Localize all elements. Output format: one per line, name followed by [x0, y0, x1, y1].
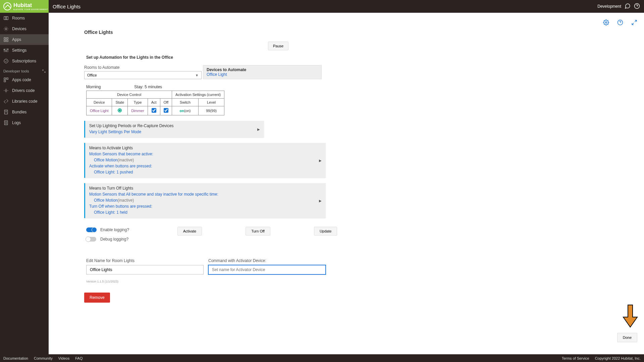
expand-icon[interactable]: [631, 19, 637, 27]
cell-device[interactable]: Office Light: [87, 106, 112, 115]
sidebar-item-apps-code[interactable]: Apps code: [0, 74, 49, 85]
th-type: Type: [128, 99, 148, 106]
off-checkbox[interactable]: [164, 108, 168, 113]
logo[interactable]: Hubitat ELEVATE YOUR ENVIRONMENT: [0, 0, 49, 13]
libraries-code-icon: [3, 99, 9, 104]
top-bar: Hubitat ELEVATE YOUR ENVIRONMENT Office …: [0, 0, 644, 13]
activator-label: Command with Activator Device:: [208, 258, 326, 263]
logo-tagline: ELEVATE YOUR ENVIRONMENT: [13, 8, 48, 10]
svg-rect-5: [4, 38, 6, 39]
devices-link[interactable]: Office Light: [207, 72, 318, 77]
panel-title: Set Up Lighting Periods or Re-Capture De…: [89, 123, 260, 128]
svg-point-27: [605, 22, 607, 23]
sidebar-item-drivers-code[interactable]: Drivers code: [0, 85, 49, 96]
sidebar-item-label: Apps code: [12, 77, 31, 82]
th-state: State: [112, 99, 128, 106]
panel-line: Turn Off when buttons are pressed:: [89, 203, 322, 209]
panel-line: Activate when buttons are pressed:: [89, 163, 322, 169]
th-switch: Switch: [172, 99, 199, 106]
panel-subline: Office Motion(inactive): [89, 197, 322, 203]
development-label[interactable]: Development: [597, 4, 621, 9]
logo-text: Hubitat: [13, 2, 32, 8]
gear-icon[interactable]: [603, 19, 609, 27]
panel-turnoff[interactable]: Means to Turn Off Lights Motion Sensors …: [84, 183, 326, 218]
footer-link-documentation[interactable]: Documentation: [3, 356, 28, 360]
panel-line: Motion Sensors that All become and stay …: [89, 191, 322, 197]
remove-button[interactable]: Remove: [84, 293, 110, 303]
footer-link-community[interactable]: Community: [34, 356, 53, 360]
settings-icon: [3, 48, 9, 53]
sidebar: Rooms Devices Apps Settings Subscription…: [0, 13, 49, 354]
activator-input[interactable]: [208, 265, 326, 274]
panel-link[interactable]: Vary Light Settings Per Mode: [89, 129, 260, 135]
activate-button[interactable]: Activate: [177, 227, 202, 236]
table-header-device-control: Device Control: [87, 91, 172, 99]
apps-code-icon: [3, 77, 9, 83]
rooms-select[interactable]: Office ▼: [84, 71, 202, 79]
rooms-label: Rooms to Automate: [84, 65, 202, 70]
table-header-activation: Activation Settings (current): [172, 91, 224, 99]
setup-description: Set up Automation for the Lights in the …: [86, 55, 455, 60]
period-label: Morning: [86, 85, 101, 89]
sidebar-item-label: Apps: [12, 37, 21, 42]
turnoff-button[interactable]: Turn Off: [246, 227, 270, 236]
sidebar-item-subscriptions[interactable]: Subscriptions: [0, 56, 49, 66]
debug-logging-toggle[interactable]: [86, 237, 96, 242]
svg-rect-6: [6, 38, 8, 39]
enable-logging-toggle[interactable]: [86, 227, 96, 232]
help-icon[interactable]: [617, 19, 623, 27]
th-device: Device: [87, 99, 112, 106]
logo-icon: [3, 2, 11, 10]
footer-terms[interactable]: Terms of Service: [562, 356, 589, 360]
update-button[interactable]: Update: [314, 227, 337, 236]
chevron-right-icon: ▶: [257, 127, 260, 131]
svg-point-19: [5, 90, 7, 91]
pause-button[interactable]: Pause: [268, 42, 288, 50]
panel-lighting-periods[interactable]: Set Up Lighting Periods or Re-Capture De…: [84, 121, 264, 138]
edit-name-input[interactable]: [86, 265, 204, 274]
sidebar-item-label: Devices: [12, 27, 26, 31]
chevron-down-icon: ▼: [195, 73, 199, 77]
sidebar-item-rooms[interactable]: Rooms: [0, 13, 49, 23]
sidebar-item-logs[interactable]: Logs: [0, 117, 49, 128]
cell-level[interactable]: 99(99): [198, 106, 224, 115]
cell-type[interactable]: Dimmer: [128, 106, 148, 115]
stay-label: Stay: 5 minutes: [134, 85, 162, 89]
panel-title: Means to Activate Lights: [89, 146, 322, 150]
devices-label: Devices to Automate: [207, 67, 318, 72]
sidebar-item-devices[interactable]: Devices: [0, 23, 49, 34]
panel-subline: Office Motion(inactive): [89, 157, 322, 163]
page-title: Office Lights: [53, 4, 80, 9]
svg-point-4: [5, 28, 7, 30]
svg-rect-7: [4, 40, 6, 42]
sidebar-item-bundles[interactable]: Bundles: [0, 107, 49, 117]
panel-activate[interactable]: Means to Activate Lights Motion Sensors …: [84, 143, 326, 178]
sidebar-item-libraries-code[interactable]: Libraries code: [0, 96, 49, 107]
drivers-code-icon: [3, 88, 9, 93]
panel-subline: Office Light: 1 held: [89, 209, 322, 215]
cell-act[interactable]: [148, 106, 160, 115]
act-checkbox[interactable]: [152, 108, 156, 113]
cell-off[interactable]: [160, 106, 172, 115]
done-button[interactable]: Done: [617, 333, 637, 342]
cell-switch[interactable]: on(on): [172, 106, 199, 115]
subscriptions-icon: [3, 58, 9, 64]
help-icon[interactable]: [634, 3, 640, 10]
svg-rect-17: [6, 78, 8, 80]
chat-icon[interactable]: [625, 3, 631, 10]
panel-title: Means to Turn Off Lights: [89, 186, 322, 191]
footer-link-faq[interactable]: FAQ: [75, 356, 83, 360]
devices-panel[interactable]: Devices to Automate Office Light: [203, 65, 322, 79]
collapse-icon[interactable]: [42, 69, 46, 74]
footer-link-videos[interactable]: Videos: [58, 356, 69, 360]
th-level: Level: [198, 99, 224, 106]
cell-state[interactable]: [112, 106, 128, 115]
sidebar-item-apps[interactable]: Apps: [0, 34, 49, 45]
sidebar-item-label: Libraries code: [12, 99, 37, 104]
footer-copyright: Copyright 2022 Hubitat, Inc.: [595, 356, 641, 360]
svg-point-15: [4, 59, 8, 63]
chevron-right-icon: ▶: [319, 159, 322, 162]
svg-rect-8: [6, 40, 8, 42]
sidebar-item-label: Bundles: [12, 110, 26, 114]
sidebar-item-settings[interactable]: Settings: [0, 45, 49, 56]
